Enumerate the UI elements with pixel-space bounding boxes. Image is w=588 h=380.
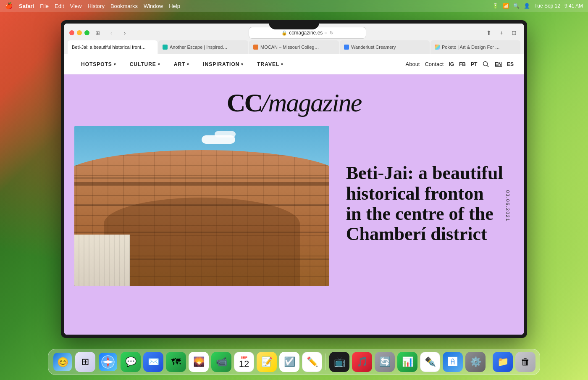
- nav-ig[interactable]: IG: [449, 61, 454, 67]
- dock-container: 😊 ⊞ 💬 ✉️ 🗺 🌄 📹 SEP 12: [48, 349, 540, 375]
- hero-section: Beti-Jai: a beautiful historical fronton…: [74, 126, 514, 286]
- dock-safari[interactable]: [98, 352, 118, 372]
- tab-2[interactable]: Another Escape | Inspired by nature: [158, 40, 248, 54]
- site-wrapper: HOTSPOTS ▾ CULTURE ▾ ART ▾ INSPIRATION: [64, 54, 524, 335]
- url-text: ccmagazine.es: [289, 30, 323, 36]
- nav-lang-en[interactable]: EN: [495, 61, 502, 67]
- menubar-battery: 🔋: [492, 3, 499, 9]
- dock-mail[interactable]: ✉️: [143, 352, 163, 372]
- hero-text: Beti-Jai: a beautiful historical fronton…: [329, 126, 514, 286]
- apple-menu[interactable]: 🍎: [5, 2, 13, 10]
- tab-bar-icon[interactable]: ⊞: [93, 28, 102, 37]
- menubar-file[interactable]: File: [40, 3, 49, 9]
- tab-1[interactable]: Beti-Jai: a beautiful historical fronton…: [68, 40, 158, 54]
- nav-about[interactable]: About: [406, 61, 420, 67]
- nav-art[interactable]: ART ▾: [167, 54, 197, 74]
- menubar-view[interactable]: View: [70, 3, 82, 9]
- white-building: [74, 235, 130, 286]
- tab-5-favicon: [435, 45, 440, 50]
- dock-facetime[interactable]: 📹: [211, 352, 231, 372]
- menu-bar: 🍎 Safari File Edit View History Bookmark…: [0, 0, 588, 12]
- laptop-frame: ⊞ ‹ › 🔒 ccmagazine.es ≡ ↻: [61, 20, 527, 338]
- menubar-history[interactable]: History: [87, 3, 104, 9]
- dock-notes[interactable]: 📝: [257, 352, 277, 372]
- site-logo: CC/magazine: [64, 88, 524, 118]
- article-title: Beti-Jai: a beautiful historical fronton…: [346, 163, 504, 245]
- travel-chevron: ▾: [281, 62, 284, 66]
- nav-inspiration[interactable]: INSPIRATION ▾: [196, 54, 250, 74]
- inspiration-chevron: ▾: [241, 62, 244, 66]
- dock-migration[interactable]: 🔄: [375, 352, 395, 372]
- tab-4[interactable]: Wanderlust Creamery: [340, 40, 430, 54]
- safari-nav: ‹ ›: [105, 28, 131, 37]
- menubar-bookmarks[interactable]: Bookmarks: [110, 3, 138, 9]
- menubar-safari[interactable]: Safari: [19, 3, 34, 9]
- site-nav-left: HOTSPOTS ▾ CULTURE ▾ ART ▾ INSPIRATION: [74, 54, 406, 74]
- safari-actions: ⬆ + ⊡: [484, 28, 519, 37]
- site-title-area: CC/magazine: [64, 74, 524, 126]
- dock-scripteditor[interactable]: ✒️: [420, 352, 440, 372]
- roofline: [74, 182, 329, 185]
- dock-finder-blue[interactable]: 📁: [493, 352, 513, 372]
- dock: 😊 ⊞ 💬 ✉️ 🗺 🌄 📹 SEP 12: [48, 349, 540, 375]
- nav-search-icon[interactable]: [482, 61, 490, 68]
- menubar-edit[interactable]: Edit: [55, 3, 64, 9]
- minimize-button[interactable]: [77, 30, 82, 35]
- dock-appletv[interactable]: 📺: [329, 352, 349, 372]
- tab-1-label: Beti-Jai: a beautiful historical fronton…: [72, 45, 147, 50]
- refresh-icon[interactable]: ↻: [330, 30, 333, 36]
- dock-numbers[interactable]: 📊: [397, 352, 417, 372]
- dock-reminders[interactable]: ☑️: [279, 352, 299, 372]
- tab-3[interactable]: MOCAN – Missouri College & Career Attain…: [249, 40, 339, 54]
- tab-3-label: MOCAN – Missouri College & Career Attain…: [260, 45, 319, 50]
- laptop-screen: ⊞ ‹ › 🔒 ccmagazine.es ≡ ↻: [64, 24, 524, 335]
- nav-lang-es[interactable]: ES: [507, 61, 514, 67]
- dock-trash[interactable]: 🗑: [515, 352, 536, 372]
- notch: [269, 20, 319, 29]
- dock-finder[interactable]: 😊: [52, 352, 73, 372]
- new-tab-button[interactable]: +: [497, 28, 506, 37]
- nav-contact[interactable]: Contact: [425, 61, 444, 67]
- address-bar-icons: ≡ ↻: [324, 30, 333, 36]
- dock-calendar[interactable]: SEP 12: [234, 352, 254, 372]
- forward-button[interactable]: ›: [119, 28, 131, 37]
- building-illustration: [74, 126, 329, 286]
- lock-icon: 🔒: [281, 30, 287, 36]
- nav-culture[interactable]: CULTURE ▾: [123, 54, 167, 74]
- menubar-datetime: Tue Sep 12 9:41 AM: [534, 3, 583, 9]
- menu-bar-right: 🔋 📶 🔍 👤 Tue Sep 12 9:41 AM: [492, 3, 583, 9]
- dock-appstore[interactable]: 🅰: [443, 352, 463, 372]
- dock-messages[interactable]: 💬: [121, 352, 141, 372]
- nav-travel[interactable]: TRAVEL ▾: [250, 54, 290, 74]
- tab-2-label: Another Escape | Inspired by nature: [170, 45, 228, 50]
- safari-tabs: Beti-Jai: a beautiful historical fronton…: [64, 40, 524, 54]
- dock-maps[interactable]: 🗺: [166, 352, 186, 372]
- menubar-search[interactable]: 🔍: [513, 3, 520, 9]
- site-nav-right: About Contact IG FB PT EN ES: [406, 61, 514, 68]
- dock-music[interactable]: 🎵: [352, 352, 372, 372]
- menubar-help[interactable]: Help: [169, 3, 180, 9]
- dock-system-settings[interactable]: ⚙️: [465, 352, 486, 372]
- art-chevron: ▾: [187, 62, 189, 66]
- inner-arch: [104, 198, 300, 286]
- menubar-wifi: 📶: [503, 3, 509, 9]
- nav-pt[interactable]: PT: [471, 61, 477, 67]
- nav-hotspots[interactable]: HOTSPOTS ▾: [74, 54, 123, 74]
- svg-line-1: [487, 65, 489, 67]
- tab-2-favicon: [163, 45, 168, 50]
- building-windows: [74, 235, 130, 286]
- dock-freeform[interactable]: ✏️: [302, 352, 322, 372]
- dock-photos[interactable]: 🌄: [189, 352, 209, 372]
- traffic-lights: [69, 30, 89, 35]
- nav-fb[interactable]: FB: [459, 61, 466, 67]
- tab-overview-button[interactable]: ⊡: [509, 28, 519, 37]
- tab-5[interactable]: Poketo | Art & Design For Your Every Day: [430, 40, 520, 54]
- tab-5-label: Poketo | Art & Design For Your Every Day: [442, 45, 501, 50]
- close-button[interactable]: [69, 30, 74, 35]
- fullscreen-button[interactable]: [84, 30, 89, 35]
- back-button[interactable]: ‹: [105, 28, 117, 37]
- share-button[interactable]: ⬆: [484, 28, 494, 37]
- dock-launchpad[interactable]: ⊞: [75, 352, 95, 372]
- menubar-window[interactable]: Window: [144, 3, 163, 9]
- tab-4-favicon: [344, 45, 349, 50]
